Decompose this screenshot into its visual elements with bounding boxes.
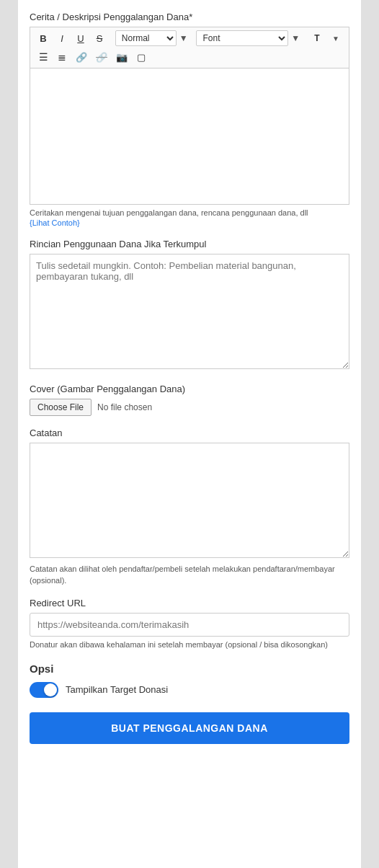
ordered-list-button[interactable]: ≣ <box>53 49 71 65</box>
strikethrough-button[interactable]: S <box>91 31 108 46</box>
redirect-helper: Donatur akan dibawa kehalaman ini setela… <box>30 639 349 650</box>
no-file-text: No file chosen <box>97 402 152 412</box>
redirect-label: Redirect URL <box>30 598 349 608</box>
unordered-list-button[interactable]: ☰ <box>35 49 52 65</box>
bold-button[interactable]: B <box>35 31 52 46</box>
rincian-textarea[interactable] <box>30 254 349 369</box>
choose-file-button[interactable]: Choose File <box>30 399 92 416</box>
rincian-label: Rincian Penggunaan Dana Jika Terkumpul <box>30 239 349 249</box>
submit-button[interactable]: BUAT PENGGALANGAN DANA <box>30 712 349 744</box>
underline-button[interactable]: U <box>72 31 89 46</box>
opsi-title: Opsi <box>30 663 349 675</box>
toggle-knob <box>44 683 57 696</box>
media-button[interactable]: ▢ <box>133 50 150 65</box>
catatan-label: Catatan <box>30 428 349 438</box>
cerita-editor[interactable] <box>30 68 349 205</box>
format-select[interactable]: Normal Heading 1 Heading 2 <box>115 30 177 46</box>
catatan-helper: Catatan akan dilihat oleh pendaftar/pemb… <box>30 564 349 586</box>
cerita-example-link[interactable]: {Lihat Contoh} <box>30 218 349 227</box>
image-button[interactable]: 📷 <box>112 50 131 65</box>
cerita-label: Cerita / Deskripsi Penggalangan Dana* <box>30 12 349 22</box>
redirect-input[interactable] <box>30 613 349 637</box>
font-size-btn[interactable]: T <box>308 31 326 45</box>
font-size-down-btn[interactable]: ▼ <box>327 32 344 45</box>
target-donasi-toggle[interactable] <box>30 682 58 698</box>
cerita-helper: Ceritakan mengenai tujuan penggalangan d… <box>30 208 349 218</box>
cover-label: Cover (Gambar Penggalangan Dana) <box>30 384 349 394</box>
toggle-label: Tampilkan Target Donasi <box>66 684 168 695</box>
font-select[interactable]: Font Arial Times New Roman <box>196 30 288 46</box>
italic-button[interactable]: I <box>53 31 71 46</box>
link-button[interactable]: 🔗 <box>72 50 91 65</box>
unlink-button[interactable]: 🔗 <box>92 50 111 65</box>
catatan-textarea[interactable] <box>30 443 349 558</box>
